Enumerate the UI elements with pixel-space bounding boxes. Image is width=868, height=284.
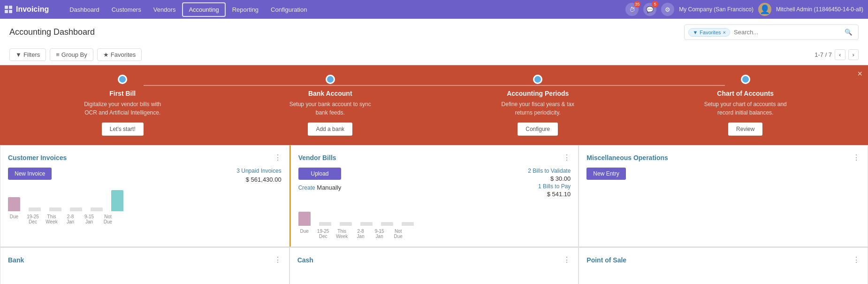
- dashboard-grid: Customer Invoices ⋮ New Invoice 3 Unpaid…: [0, 145, 868, 247]
- search-input-wrap[interactable]: ▼ Favorites × 🔍: [684, 24, 859, 40]
- onboarding-banner: × First Bill Digitalize your vendor bill…: [0, 65, 868, 145]
- new-entry-button[interactable]: New Entry: [586, 168, 625, 180]
- unpaid-invoices-link[interactable]: 3 Unpaid Invoices: [236, 168, 281, 174]
- vendor-bills-title: Vendor Bills: [298, 154, 336, 161]
- filters-button[interactable]: ▼ Filters: [9, 48, 46, 61]
- step-dot-4: [741, 75, 750, 84]
- activity-badge[interactable]: ⏱ 35: [625, 3, 639, 16]
- misc-operations-title: Miscellaneous Operations: [586, 154, 668, 161]
- onboarding-step-1: First Bill Digitalize your vendor bills …: [19, 75, 227, 136]
- chart-col-jan915: [91, 207, 103, 211]
- vb-bar-jan28: [360, 222, 373, 226]
- onboarding-step-4: Chart of Accounts Setup your chart of ac…: [642, 75, 850, 136]
- customer-invoices-actions: New Invoice 3 Unpaid Invoices $ 561,430.…: [8, 168, 282, 183]
- pagination-text: 1-7 / 7: [815, 51, 832, 58]
- vb-chart-label-jan915: 9-15 Jan: [373, 229, 386, 239]
- close-banner-button[interactable]: ×: [857, 69, 862, 79]
- dashboard-bottom: Bank ⋮ Cash ⋮ Point of Sale ⋮: [0, 247, 868, 284]
- vb-chart-labels-row: Due 19-25 Dec This Week 2-8 Jan 9-15 Jan…: [298, 229, 571, 239]
- settings-badge[interactable]: ⚙: [661, 3, 674, 16]
- vb-chart-col-notdue: [402, 222, 414, 226]
- pagination-next[interactable]: ›: [848, 49, 859, 60]
- step-btn-3[interactable]: Configure: [518, 123, 558, 136]
- create-link[interactable]: Create: [298, 184, 315, 191]
- nav-item-reporting[interactable]: Reporting: [227, 3, 264, 16]
- nav-item-customers[interactable]: Customers: [106, 3, 147, 16]
- nav-item-accounting[interactable]: Accounting: [182, 2, 225, 17]
- grid-icon[interactable]: [5, 6, 12, 13]
- vendor-bills-buttons: Upload Create Manually: [298, 168, 342, 191]
- customer-invoices-menu[interactable]: ⋮: [274, 153, 282, 162]
- vb-chart-col-jan28: [360, 222, 373, 226]
- cash-card: Cash ⋮: [289, 247, 579, 284]
- bills-pay-amount: $ 541.10: [528, 191, 571, 198]
- page-header: Accounting Dashboard ▼ Favorites × 🔍 ▼ F…: [0, 19, 868, 65]
- app-logo[interactable]: Invoicing: [5, 5, 56, 14]
- step-btn-4[interactable]: Review: [728, 123, 762, 136]
- step-btn-2[interactable]: Add a bank: [308, 123, 352, 136]
- vendor-bills-menu[interactable]: ⋮: [563, 153, 571, 162]
- bank-card-menu[interactable]: ⋮: [274, 255, 282, 264]
- vb-chart-col-due: [298, 212, 311, 226]
- title-row: Accounting Dashboard ▼ Favorites × 🔍: [9, 24, 859, 40]
- customer-invoices-stats: 3 Unpaid Invoices $ 561,430.00: [236, 168, 281, 183]
- vb-bar-due: [298, 212, 311, 226]
- step-desc-4: Setup your chart of accounts and record …: [703, 100, 788, 117]
- vb-bar-dec: [319, 222, 331, 226]
- cash-card-header: Cash ⋮: [297, 255, 571, 264]
- search-tag: ▼ Favorites ×: [688, 28, 730, 37]
- pos-card-menu[interactable]: ⋮: [853, 255, 860, 264]
- misc-operations-actions: New Entry: [586, 168, 860, 180]
- groupby-icon: ≡: [56, 51, 60, 58]
- chart-label-notdue: Not Due: [102, 214, 114, 224]
- pagination-prev[interactable]: ‹: [835, 49, 845, 60]
- pos-card-header: Point of Sale ⋮: [586, 255, 860, 264]
- user-avatar[interactable]: 👤: [758, 3, 771, 16]
- bar-notdue: [111, 190, 123, 211]
- bills-pay-link[interactable]: 1 Bills to Pay: [528, 183, 571, 190]
- upload-button[interactable]: Upload: [298, 168, 342, 180]
- invoices-amount: $ 561,430.00: [236, 176, 281, 183]
- nav-item-vendors[interactable]: Vendors: [148, 3, 182, 16]
- bills-validate-amount: $ 30.00: [528, 175, 571, 182]
- activity-count: 35: [634, 1, 640, 8]
- customer-invoices-card: Customer Invoices ⋮ New Invoice 3 Unpaid…: [0, 145, 289, 247]
- bar-dec: [29, 207, 41, 211]
- chart-label-due: Due: [8, 214, 20, 224]
- step-title-2: Bank Account: [308, 90, 352, 97]
- search-button[interactable]: 🔍: [843, 27, 854, 38]
- vb-chart-label-jan28: 2-8 Jan: [355, 229, 367, 239]
- favorites-button[interactable]: ★ Favorites: [97, 48, 142, 61]
- page-title: Accounting Dashboard: [9, 27, 95, 37]
- bills-validate-link[interactable]: 2 Bills to Validate: [528, 168, 571, 174]
- company-name[interactable]: My Company (San Francisco): [679, 6, 754, 13]
- vb-chart-label-thisweek: This Week: [336, 229, 348, 239]
- customer-invoices-chart: Due 19-25 Dec This Week 2-8 Jan 9-15 Jan…: [8, 189, 282, 224]
- groupby-label: Group By: [61, 51, 87, 58]
- search-input[interactable]: [730, 28, 843, 37]
- messages-badge[interactable]: 💬 5: [643, 3, 656, 16]
- step-title-3: Accounting Periods: [507, 90, 569, 97]
- step-btn-1[interactable]: Let's start!: [102, 123, 144, 136]
- manually-label: Manually: [315, 184, 342, 191]
- pagination: 1-7 / 7 ‹ ›: [815, 49, 859, 60]
- nav-item-dashboard[interactable]: Dashboard: [64, 3, 105, 16]
- cash-card-menu[interactable]: ⋮: [563, 255, 571, 264]
- star-icon: ★: [103, 51, 109, 58]
- pos-card-title: Point of Sale: [586, 256, 626, 264]
- bank-card-title: Bank: [8, 256, 24, 264]
- groupby-button[interactable]: ≡ Group By: [50, 48, 93, 61]
- settings-icon: ⚙: [661, 3, 674, 16]
- new-invoice-button[interactable]: New Invoice: [8, 168, 52, 180]
- create-manually-row: Create Manually: [298, 183, 342, 191]
- misc-operations-menu[interactable]: ⋮: [853, 153, 860, 162]
- nav-item-configuration[interactable]: Configuration: [265, 3, 312, 16]
- vendor-bills-actions: Upload Create Manually 2 Bills to Valida…: [298, 168, 571, 198]
- user-name[interactable]: Mitchell Admin (11846450-14-0-all): [776, 6, 863, 13]
- search-icon: 🔍: [845, 29, 853, 36]
- chart-label-dec: 19-25 Dec: [27, 214, 39, 224]
- search-tag-label: Favorites: [700, 30, 721, 35]
- step-desc-3: Define your fiscal years & tax returns p…: [495, 100, 580, 117]
- remove-tag-button[interactable]: ×: [723, 30, 726, 35]
- vendor-bills-card: Vendor Bills ⋮ Upload Create Manually 2 …: [289, 145, 579, 247]
